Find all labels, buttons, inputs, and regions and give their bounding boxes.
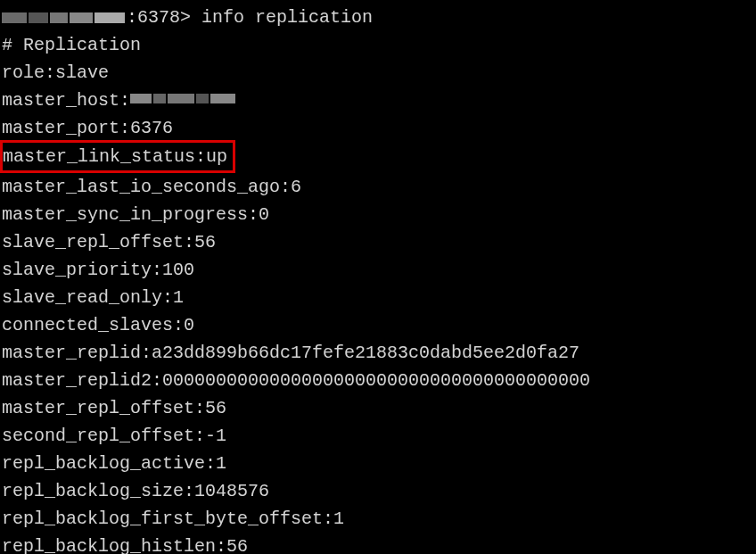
master-host-key: master_host: bbox=[2, 90, 130, 111]
output-slave-priority: slave_priority:100 bbox=[2, 256, 754, 284]
output-second-repl-offset: second_repl_offset:-1 bbox=[2, 422, 754, 450]
output-master-repl-offset: master_repl_offset:56 bbox=[2, 394, 754, 422]
output-role: role:slave bbox=[2, 59, 754, 87]
output-master-sync: master_sync_in_progress:0 bbox=[2, 201, 754, 228]
output-repl-backlog-histlen: repl_backlog_histlen:56 bbox=[2, 533, 754, 554]
redacted-host bbox=[130, 85, 237, 112]
prompt-line: :6378> info replication bbox=[2, 4, 754, 31]
output-master-host: master_host: bbox=[2, 87, 754, 114]
redacted-ip bbox=[2, 4, 127, 31]
prompt-port: :6378> bbox=[127, 7, 191, 28]
output-repl-backlog-active: repl_backlog_active:1 bbox=[2, 450, 754, 477]
output-repl-backlog-size: repl_backlog_size:1048576 bbox=[2, 477, 754, 505]
output-connected-slaves: connected_slaves:0 bbox=[2, 311, 754, 339]
highlight-box: master_link_status:up bbox=[0, 140, 235, 173]
output-master-last-io: master_last_io_seconds_ago:6 bbox=[2, 173, 754, 201]
output-header: # Replication bbox=[2, 31, 754, 59]
output-master-port: master_port:6376 bbox=[2, 114, 754, 142]
output-repl-backlog-first-byte: repl_backlog_first_byte_offset:1 bbox=[2, 505, 754, 533]
output-master-replid2: master_replid2:0000000000000000000000000… bbox=[2, 367, 754, 394]
output-slave-read-only: slave_read_only:1 bbox=[2, 284, 754, 311]
output-master-link-status: master_link_status:up bbox=[2, 142, 754, 173]
output-master-replid: master_replid:a23dd899b66dc17fefe21883c0… bbox=[2, 339, 754, 367]
command-text[interactable]: info replication bbox=[201, 7, 373, 28]
output-slave-repl-offset: slave_repl_offset:56 bbox=[2, 228, 754, 256]
